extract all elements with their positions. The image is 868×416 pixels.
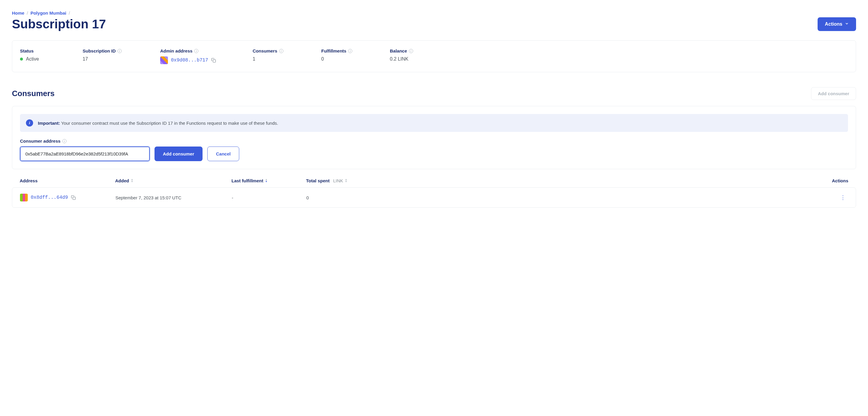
subscription-info-card: Status Active Subscription ID i 17 Admin… [12,40,856,72]
notice-strong: Important: [38,121,60,126]
table-row: 0x8dff...64d9 September 7, 2023 at 15:07… [12,187,856,208]
blockie-icon [20,194,28,202]
breadcrumb-home[interactable]: Home [12,10,25,16]
info-icon[interactable]: i [348,49,352,53]
status-dot-icon [20,58,23,61]
svg-rect-1 [73,197,75,200]
actions-label: Actions [825,22,842,27]
sort-icon: ▲▼ [131,179,133,183]
consumers-label: Consumers [253,48,277,53]
balance-value: 0.2 LINK [390,56,848,62]
balance-label: Balance [390,48,407,53]
td-last-fulfillment: - [232,195,306,200]
consumer-address-link[interactable]: 0x8dff...64d9 [31,195,68,200]
consumer-address-input[interactable] [20,147,150,161]
status-value: Active [26,56,39,62]
notice-text: Your consumer contract must use the Subs… [60,121,278,126]
fulfillments-label: Fulfillments [321,48,346,53]
info-icon: i [26,119,33,126]
consumers-value: 1 [253,56,303,62]
actions-button[interactable]: Actions [817,17,856,31]
svg-rect-0 [213,60,216,62]
info-icon[interactable]: i [409,49,413,53]
blockie-icon [160,56,168,64]
admin-address-link[interactable]: 0x9d08...b717 [171,58,208,63]
kebab-menu-icon[interactable]: ⋮ [838,193,848,202]
breadcrumb-network[interactable]: Polygon Mumbai [30,10,66,16]
chevron-down-icon [845,22,849,27]
add-consumer-button[interactable]: Add consumer [155,147,203,161]
breadcrumb-separator: / [27,10,28,16]
admin-address-label: Admin address [160,48,192,53]
info-icon[interactable]: i [194,49,198,53]
add-consumer-card: i Important: Your consumer contract must… [12,106,856,169]
breadcrumb-separator: / [69,10,70,16]
copy-icon[interactable] [211,58,216,63]
page-title: Subscription 17 [12,17,106,31]
info-icon[interactable]: i [118,49,122,53]
fulfillments-value: 0 [321,56,372,62]
important-notice: i Important: Your consumer contract must… [20,114,848,132]
th-total-spent[interactable]: Total spent LINK ▲▼ [306,178,381,183]
sort-icon: ▲▼ [265,179,268,183]
breadcrumb: Home / Polygon Mumbai / [12,10,856,16]
subscription-id-label: Subscription ID [83,48,116,53]
th-last-fulfillment[interactable]: Last fulfillment ▲▼ [231,178,306,183]
td-total-spent: 0 [306,195,381,200]
td-added: September 7, 2023 at 15:07 UTC [116,195,232,200]
consumer-address-label: Consumer address [20,139,61,144]
consumers-table: Address Added ▲▼ Last fulfillment ▲▼ Tot… [12,178,856,208]
status-label: Status [20,48,65,53]
copy-icon[interactable] [71,195,76,200]
info-icon[interactable]: i [62,139,66,143]
th-address: Address [20,178,115,183]
cancel-button[interactable]: Cancel [207,147,239,161]
add-consumer-secondary-button[interactable]: Add consumer [811,87,856,100]
link-badge: LINK [333,178,343,183]
th-added[interactable]: Added ▲▼ [115,178,231,183]
info-icon[interactable]: i [279,49,283,53]
th-actions: Actions [381,178,848,183]
consumers-section-title: Consumers [12,89,55,98]
sort-icon: ▲▼ [345,179,347,183]
subscription-id-value: 17 [83,56,142,62]
